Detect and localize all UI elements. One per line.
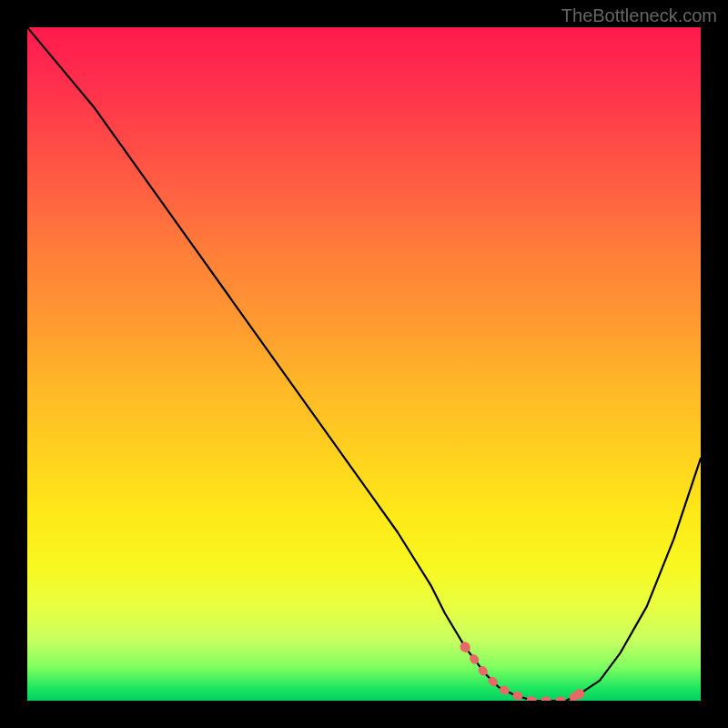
chart-plot-area (27, 27, 701, 701)
chart-background-gradient (27, 27, 701, 701)
watermark-text: TheBottleneck.com (561, 5, 717, 26)
